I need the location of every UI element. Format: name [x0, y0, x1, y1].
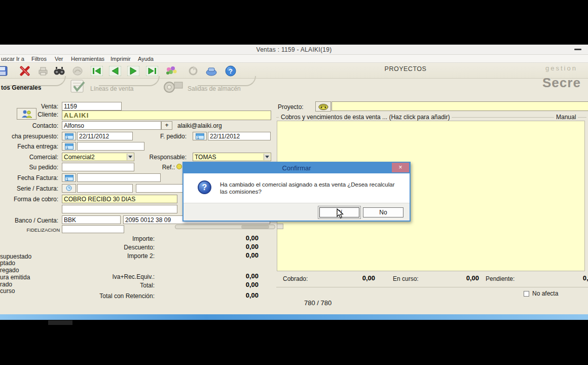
delete-icon[interactable]	[18, 65, 31, 77]
fecha-factura-calendar-button[interactable]	[62, 173, 76, 182]
forma-cobro-input[interactable]: COBRO RECIBO 30 DIAS	[62, 195, 177, 203]
fecha-presupuesto-input[interactable]: 22/11/2012	[77, 132, 133, 140]
serie-factura-label: Serie / Factura:	[0, 185, 58, 192]
fax-icon[interactable]	[205, 65, 218, 77]
calendar-icon	[65, 175, 74, 181]
importe2-label: Importe 2:	[28, 252, 155, 260]
attach-disabled-icon[interactable]	[71, 65, 84, 77]
iva-label: Iva+Rec.Equiv.:	[28, 273, 155, 280]
responsable-label: Responsable:	[129, 154, 187, 161]
dialog-close-button[interactable]: ×	[392, 163, 409, 172]
search-binoculars-icon[interactable]	[53, 65, 66, 77]
serie-factura-button[interactable]	[62, 184, 76, 193]
lineas-de-venta-icon	[69, 79, 86, 94]
banco-input[interactable]: BBK	[62, 215, 121, 224]
last-record-icon[interactable]	[145, 65, 159, 77]
toolbar	[0, 63, 588, 79]
divider	[276, 287, 588, 287]
menu-item-ayuda[interactable]: Ayuda	[138, 56, 154, 62]
banco-cuenta-label: Banco / Cuenta:	[0, 217, 58, 224]
menu-item-buscar[interactable]: uscar	[1, 56, 15, 62]
next-record-icon[interactable]	[127, 65, 140, 77]
responsable-value: TOMAS	[195, 154, 216, 161]
f-pedido-input[interactable]: 22/11/2012	[208, 132, 271, 140]
cobrado-value: 0,00	[314, 274, 375, 282]
menu-item-imprimir[interactable]: Imprimir	[111, 56, 131, 62]
pendiente-value: 0,00	[560, 274, 588, 282]
scrollbar-end-button[interactable]	[277, 224, 283, 229]
cliente-input[interactable]: ALAIKI	[62, 111, 271, 120]
tab-datos-generales[interactable]: tos Generales	[1, 84, 41, 91]
comercial-label: Comercial:	[0, 154, 58, 161]
contacto-email: alaiki@alaiki.org	[177, 122, 222, 129]
contacto-input[interactable]: Alfonso	[62, 121, 161, 130]
refresh-disabled-icon[interactable]	[187, 65, 200, 77]
scrollbar-thumb[interactable]	[241, 225, 269, 229]
fecha-entrega-input[interactable]	[77, 142, 144, 151]
mouse-cursor	[337, 208, 344, 218]
print-disabled-icon[interactable]	[36, 65, 50, 77]
fecha-factura-input[interactable]	[77, 173, 161, 182]
minimize-icon	[574, 49, 581, 50]
cliente-label: Cliente:	[0, 111, 58, 118]
cobros-group-title[interactable]: Cobros y vencimientos de esta venta ... …	[279, 114, 452, 121]
window-title: Ventas : 1159 - ALAIKI(19)	[0, 45, 588, 53]
menu-item-ir-a[interactable]: Ir a	[16, 56, 24, 62]
first-record-icon[interactable]	[90, 65, 103, 77]
ref-icon[interactable]	[176, 164, 182, 169]
proyecto-lookup-button[interactable]	[315, 101, 331, 112]
comercial-select[interactable]: Comercial2	[62, 153, 134, 161]
menu-item-filtros[interactable]: Filtros	[31, 56, 47, 62]
en-curso-label: En curso:	[393, 275, 419, 282]
venta-input[interactable]: 1159	[62, 102, 122, 111]
help-icon[interactable]: ?	[224, 65, 237, 77]
menu-item-ver[interactable]: Ver	[55, 56, 63, 62]
descuento-value: 0,00	[177, 243, 259, 250]
proyecto-input[interactable]	[332, 101, 588, 111]
menu-item-herramientas[interactable]: Herramientas	[71, 56, 104, 62]
chevron-down-icon[interactable]	[264, 154, 270, 160]
status-flag: supuestado	[0, 253, 31, 260]
window-titlebar: Ventas : 1159 - ALAIKI(19)	[0, 45, 588, 55]
save-icon[interactable]	[0, 65, 9, 77]
tab-strip	[0, 79, 588, 96]
forma-cobro-extra-input[interactable]	[62, 205, 177, 213]
iva-value: 0,00	[177, 272, 259, 280]
tab-lineas-de-venta[interactable]: Líneas de venta	[90, 85, 133, 92]
svg-text:?: ?	[229, 67, 233, 75]
pendiente-label: Pendiente:	[486, 275, 514, 282]
total-label: Total:	[28, 282, 155, 289]
f-pedido-calendar-button[interactable]	[193, 132, 207, 140]
importe2-value: 0,00	[177, 251, 259, 259]
horizontal-scrollbar[interactable]	[175, 225, 275, 229]
no-button[interactable]: No	[363, 207, 403, 217]
dialog-title: Confirmar	[183, 163, 410, 173]
header-label-proyectos: PROYECTOS	[365, 65, 446, 72]
su-pedido-input[interactable]	[62, 163, 134, 171]
previous-record-icon[interactable]	[108, 65, 122, 77]
calendar-icon	[196, 133, 204, 139]
cobrado-label: Cobrado:	[283, 275, 308, 282]
fidelizacion-input[interactable]	[62, 225, 124, 233]
f-pedido-label: F. pedido:	[129, 133, 187, 140]
fecha-presupuesto-calendar-button[interactable]	[62, 132, 76, 140]
dialog-message: Ha cambiado el comercial asignado a esta…	[220, 181, 402, 195]
factura-input[interactable]	[136, 184, 187, 193]
minimize-button[interactable]	[573, 48, 583, 52]
fecha-entrega-calendar-button[interactable]	[62, 142, 76, 151]
no-afecta-checkbox[interactable]	[524, 291, 529, 297]
serie-input[interactable]	[77, 184, 133, 193]
manual-label: Manual	[554, 114, 578, 121]
contacto-label: Contacto:	[0, 122, 58, 129]
responsable-select[interactable]: TOMAS	[193, 153, 271, 161]
su-pedido-label: Su pedido:	[0, 164, 58, 171]
add-contact-button[interactable]: +	[161, 121, 172, 130]
tab-salidas-de-almacen[interactable]: Salidas de almacén	[188, 85, 241, 92]
fecha-presupuesto-label: cha presupuesto:	[0, 133, 58, 140]
status-flag: ura emitida	[0, 274, 30, 281]
stamp-icon	[65, 185, 72, 192]
calendar-icon	[65, 133, 74, 139]
flowers-icon[interactable]	[165, 65, 178, 77]
fidelizacion-label: FIDELIZACION	[20, 227, 60, 233]
tab-swoosh	[99, 76, 160, 86]
